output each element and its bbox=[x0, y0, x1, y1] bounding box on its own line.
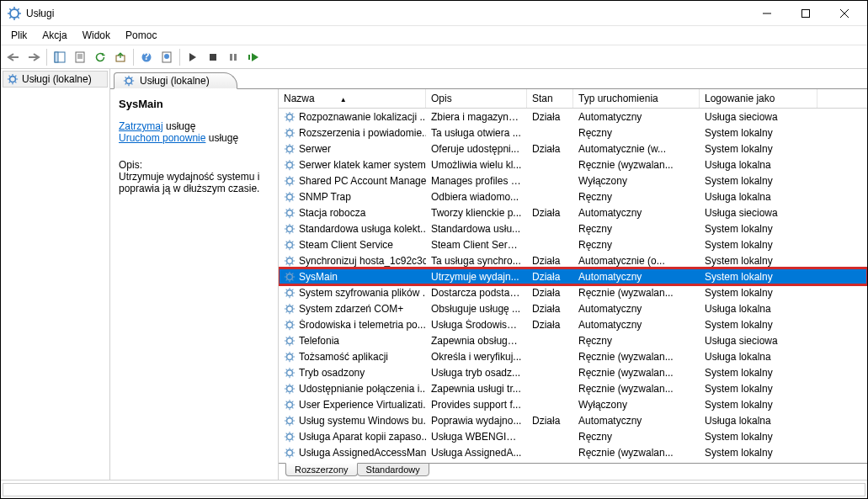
column-description[interactable]: Opis bbox=[426, 89, 527, 108]
service-logon: Usługa sieciowa bbox=[700, 111, 817, 123]
service-row[interactable]: SerwerOferuje udostępni...DziałaAutomaty… bbox=[279, 141, 867, 157]
menu-action[interactable]: Akcja bbox=[35, 28, 73, 43]
column-status[interactable]: Stan bbox=[527, 89, 573, 108]
service-row[interactable]: Shared PC Account ManagerManages profile… bbox=[279, 173, 867, 188]
service-row[interactable]: Środowiska i telemetria po...Usługa Środ… bbox=[279, 316, 867, 332]
export-button[interactable] bbox=[111, 48, 130, 66]
refresh-button[interactable] bbox=[91, 48, 109, 66]
service-startup: Ręczny bbox=[573, 431, 700, 443]
service-row[interactable]: SNMP TrapOdbiera wiadomo...RęcznyUsługa … bbox=[279, 188, 867, 204]
service-row[interactable]: Stacja roboczaTworzy klienckie p...Dział… bbox=[279, 204, 867, 220]
service-row[interactable]: TelefoniaZapewnia obsługę ...RęcznyUsług… bbox=[279, 332, 867, 348]
service-row[interactable]: System szyfrowania plików ...Dostarcza p… bbox=[279, 284, 867, 300]
gear-icon bbox=[284, 223, 296, 235]
tab-standard[interactable]: Standardowy bbox=[357, 463, 429, 476]
selected-service-name: SysMain bbox=[119, 98, 269, 110]
svg-point-39 bbox=[287, 353, 293, 359]
service-row[interactable]: Synchronizuj hosta_1c92c3c3Ta usługa syn… bbox=[279, 252, 867, 268]
service-row[interactable]: Usługa Aparat kopii zapaso...Usługa WBEN… bbox=[279, 428, 867, 444]
service-desc: Provides support f... bbox=[426, 399, 527, 411]
gear-icon bbox=[284, 175, 296, 187]
service-desc: Zapewnia usługi tr... bbox=[426, 383, 527, 395]
services-list[interactable]: Rozpoznawanie lokalizacji ...Zbiera i ma… bbox=[279, 109, 867, 463]
menu-help[interactable]: Pomoc bbox=[119, 28, 163, 43]
start-service-button[interactable] bbox=[184, 48, 202, 66]
properties-button[interactable] bbox=[71, 48, 89, 66]
svg-rect-20 bbox=[234, 54, 237, 61]
service-logon: Usługa sieciowa bbox=[700, 207, 817, 219]
service-row[interactable]: Tryb osadzonyUsługa tryb osadz...Ręcznie… bbox=[279, 364, 867, 380]
sort-asc-icon: ▲ bbox=[340, 96, 347, 104]
tab-extended[interactable]: Rozszerzony bbox=[285, 463, 358, 476]
service-desc: Usługa WBENGINE... bbox=[426, 431, 527, 443]
help-action-button[interactable] bbox=[157, 48, 176, 66]
tree-item-services-local[interactable]: Usługi (lokalne) bbox=[3, 71, 108, 88]
service-logon: System lokalny bbox=[700, 239, 817, 251]
back-button[interactable] bbox=[4, 48, 23, 66]
service-row[interactable]: System zdarzeń COM+Obsługuje usługę ...D… bbox=[279, 300, 867, 316]
service-row[interactable]: Steam Client ServiceSteam Client Servi..… bbox=[279, 236, 867, 252]
svg-point-42 bbox=[287, 401, 293, 407]
stop-service-button[interactable] bbox=[204, 48, 222, 66]
service-desc: Standardowa usłu... bbox=[426, 223, 527, 235]
service-name: Standardowa usługa kolekt... bbox=[299, 223, 426, 235]
service-desc: Utrzymuje wydajn... bbox=[426, 271, 527, 283]
service-startup: Ręcznie (wyzwalan... bbox=[573, 159, 700, 171]
service-row[interactable]: Tożsamość aplikacjiOkreśla i weryfikuj..… bbox=[279, 348, 867, 364]
restart-service-button[interactable] bbox=[244, 48, 263, 66]
service-logon: System lokalny bbox=[700, 255, 817, 267]
svg-point-37 bbox=[287, 321, 293, 327]
svg-rect-19 bbox=[230, 54, 232, 61]
service-desc: Manages profiles a... bbox=[426, 175, 527, 187]
service-desc: Ta usługa otwiera ... bbox=[426, 127, 527, 139]
show-hide-tree-button[interactable] bbox=[51, 48, 69, 66]
svg-point-22 bbox=[10, 77, 16, 82]
gear-icon bbox=[284, 191, 296, 203]
menu-file[interactable]: Plik bbox=[4, 28, 34, 43]
gear-icon bbox=[284, 415, 296, 427]
toolbar-separator bbox=[179, 49, 180, 66]
service-row[interactable]: User Experience Virtualizati...Provides … bbox=[279, 396, 867, 412]
svg-point-44 bbox=[287, 433, 293, 439]
service-row[interactable]: Rozszerzenia i powiadomie...Ta usługa ot… bbox=[279, 125, 867, 141]
service-desc: Tworzy klienckie p... bbox=[426, 207, 527, 219]
service-row[interactable]: Usługa AssignedAccessMan...Usługa Assign… bbox=[279, 444, 867, 460]
column-startup[interactable]: Typ uruchomienia bbox=[573, 89, 700, 108]
restart-service-link[interactable]: Uruchom ponownie bbox=[119, 132, 205, 144]
menu-view[interactable]: Widok bbox=[76, 28, 117, 43]
pause-service-button[interactable] bbox=[224, 48, 242, 66]
services-icon bbox=[8, 7, 21, 20]
stop-service-link[interactable]: Zatrzymaj bbox=[119, 120, 163, 132]
service-row[interactable]: Udostępnianie połączenia i...Zapewnia us… bbox=[279, 380, 867, 396]
tab-services-local[interactable]: Usługi (lokalne) bbox=[114, 72, 237, 89]
service-row[interactable]: Standardowa usługa kolekt...Standardowa … bbox=[279, 220, 867, 236]
svg-point-17 bbox=[164, 54, 169, 59]
gear-icon bbox=[284, 239, 296, 251]
service-row[interactable]: Serwer klatek kamer system...Umożliwia w… bbox=[279, 157, 867, 173]
service-logon: Usługa lokalna bbox=[700, 351, 817, 363]
service-startup: Ręcznie (wyzwalan... bbox=[573, 383, 700, 395]
service-row[interactable]: Rozpoznawanie lokalizacji ...Zbiera i ma… bbox=[279, 109, 867, 125]
service-logon: System lokalny bbox=[700, 271, 817, 283]
column-name[interactable]: Nazwa▲ bbox=[279, 89, 426, 108]
minimize-button[interactable] bbox=[748, 1, 786, 26]
svg-point-32 bbox=[287, 242, 293, 247]
gear-icon bbox=[284, 303, 296, 315]
service-desc: Dostarcza podstaw... bbox=[426, 287, 527, 299]
svg-point-23 bbox=[126, 78, 132, 84]
forward-button[interactable] bbox=[24, 48, 43, 66]
service-row[interactable]: SysMainUtrzymuje wydajn...DziałaAutomaty… bbox=[279, 268, 867, 284]
service-startup: Ręczny bbox=[573, 335, 700, 347]
svg-point-26 bbox=[287, 146, 293, 151]
close-button[interactable] bbox=[825, 1, 864, 26]
service-startup: Wyłączony bbox=[573, 399, 700, 411]
maximize-button[interactable] bbox=[786, 1, 825, 26]
svg-rect-2 bbox=[802, 9, 810, 17]
status-bar bbox=[1, 480, 867, 498]
svg-point-28 bbox=[287, 178, 293, 183]
help-button[interactable]: ? bbox=[137, 48, 156, 66]
column-logon[interactable]: Logowanie jako bbox=[700, 89, 817, 108]
service-row[interactable]: Usług systemu Windows bu...Poprawia wyda… bbox=[279, 412, 867, 428]
toolbar: ? bbox=[1, 45, 867, 69]
service-logon: System lokalny bbox=[700, 367, 817, 379]
